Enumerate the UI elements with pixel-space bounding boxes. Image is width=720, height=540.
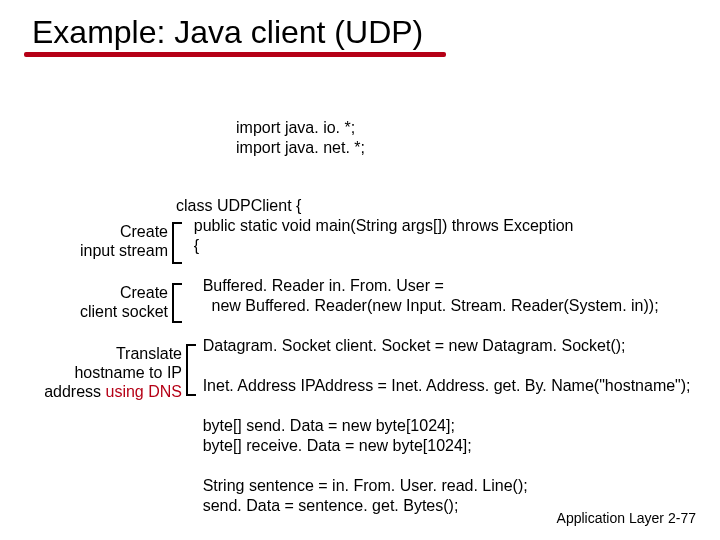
slide: Example: Java client (UDP) import java. …	[0, 0, 720, 540]
bracket-icon	[186, 344, 196, 396]
code-line: send. Data = sentence. get. Bytes();	[176, 497, 458, 514]
import-block: import java. io. *; import java. net. *;	[236, 118, 365, 158]
bracket-icon	[172, 222, 182, 264]
code-line: Inet. Address IPAddress = Inet. Address.…	[176, 377, 691, 394]
import-line: import java. net. *;	[236, 138, 365, 158]
footer-label: Application Layer	[557, 510, 664, 526]
annotation-line: hostname to IP	[44, 363, 182, 382]
code-block: class UDPClient { public static void mai…	[176, 176, 691, 536]
page-title: Example: Java client (UDP)	[32, 14, 423, 51]
annotation-line: Create	[80, 283, 168, 302]
annotation-line: input stream	[80, 241, 168, 260]
bracket-icon	[172, 283, 182, 323]
annotation-text: address	[44, 383, 105, 400]
code-line: byte[] receive. Data = new byte[1024];	[176, 437, 472, 454]
title-underline	[24, 52, 446, 57]
annotation-create-client-socket: Create client socket	[80, 283, 168, 321]
annotation-translate-hostname: Translate hostname to IP address using D…	[44, 344, 182, 401]
code-line: String sentence = in. From. User. read. …	[176, 477, 528, 494]
code-line: new Buffered. Reader(new Input. Stream. …	[176, 297, 659, 314]
code-line: Datagram. Socket client. Socket = new Da…	[176, 337, 626, 354]
code-line: byte[] send. Data = new byte[1024];	[176, 417, 455, 434]
annotation-line: Create	[80, 222, 168, 241]
annotation-dns-text: using DNS	[106, 383, 182, 400]
code-line: public static void main(String args[]) t…	[176, 217, 574, 234]
annotation-line: Translate	[44, 344, 182, 363]
page-number: 2-77	[668, 510, 696, 526]
import-line: import java. io. *;	[236, 118, 365, 138]
annotation-create-input-stream: Create input stream	[80, 222, 168, 260]
code-line: Buffered. Reader in. From. User =	[176, 277, 444, 294]
annotation-line: client socket	[80, 302, 168, 321]
code-line: class UDPClient {	[176, 197, 301, 214]
footer: Application Layer2-77	[557, 510, 696, 526]
annotation-line: address using DNS	[44, 382, 182, 401]
